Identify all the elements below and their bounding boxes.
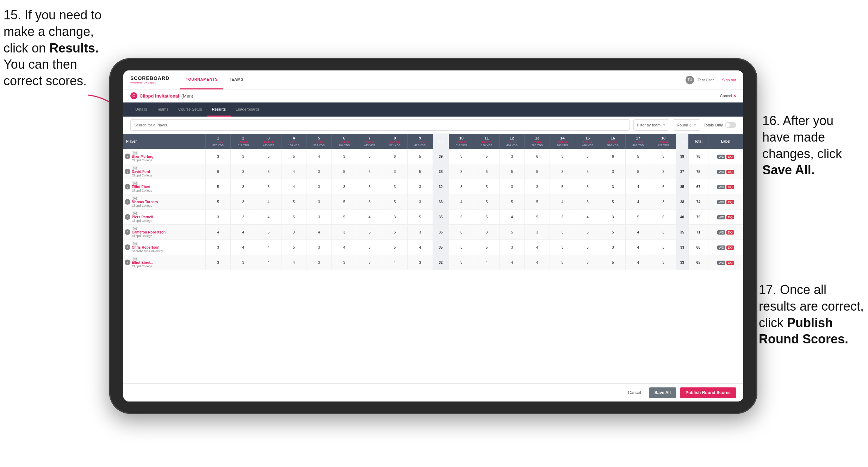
hole-2-score[interactable]: 3 xyxy=(231,194,256,210)
round-selector-dropdown[interactable]: Round 3 ▼ xyxy=(673,119,700,131)
wd-badge[interactable]: WD xyxy=(717,230,725,235)
hole-18-score[interactable]: 3 xyxy=(651,255,676,270)
hole-16-score[interactable]: 5 xyxy=(600,255,626,270)
hole-2-score[interactable]: 3 xyxy=(231,164,256,179)
hole-17-score[interactable]: 4 xyxy=(626,194,651,210)
hole-10-score[interactable]: 3 xyxy=(449,164,474,179)
player-name[interactable]: Piers Parnell xyxy=(132,215,153,219)
hole-13-score[interactable]: 5 xyxy=(525,164,550,179)
hole-10-score[interactable]: 6 xyxy=(449,225,474,240)
hole-13-score[interactable]: 4 xyxy=(525,240,550,255)
hole-4-score[interactable]: 5 xyxy=(281,210,306,225)
hole-10-score[interactable]: 3 xyxy=(449,149,474,164)
hole-13-score[interactable]: 6 xyxy=(525,149,550,164)
hole-17-score[interactable]: 4 xyxy=(626,179,651,194)
dq-badge[interactable]: DQ xyxy=(726,261,734,265)
hole-16-score[interactable]: 3 xyxy=(600,179,626,194)
hole-18-score[interactable]: 3 xyxy=(651,225,676,240)
hole-11-score[interactable]: 5 xyxy=(474,164,500,179)
hole-6-score[interactable]: 3 xyxy=(331,179,357,194)
hole-4-score[interactable]: 3 xyxy=(281,225,306,240)
hole-8-score[interactable]: 3 xyxy=(382,210,408,225)
hole-8-score[interactable]: 5 xyxy=(382,240,408,255)
nav-tournaments[interactable]: TOURNAMENTS xyxy=(180,70,223,89)
filter-by-team-dropdown[interactable]: Filter by team ▼ xyxy=(633,119,670,131)
hole-6-score[interactable]: 3 xyxy=(331,149,357,164)
hole-17-score[interactable]: 5 xyxy=(626,164,651,179)
hole-3-score[interactable]: 5 xyxy=(256,149,281,164)
hole-4-score[interactable]: 4 xyxy=(281,255,306,270)
player-name[interactable]: Blair McHarg xyxy=(132,155,154,158)
hole-5-score[interactable]: 4 xyxy=(306,149,332,164)
hole-2-score[interactable]: 4 xyxy=(231,240,256,255)
hole-6-score[interactable]: 3 xyxy=(331,255,357,270)
hole-11-score[interactable]: 5 xyxy=(474,210,500,225)
hole-1-score[interactable]: 4 xyxy=(205,225,231,240)
hole-11-score[interactable]: 4 xyxy=(474,255,500,270)
hole-13-score[interactable]: 4 xyxy=(525,255,550,270)
player-name[interactable]: Chris Robertson xyxy=(132,245,163,249)
hole-4-score[interactable]: 5 xyxy=(281,194,306,210)
hole-15-score[interactable]: 3 xyxy=(575,225,600,240)
hole-16-score[interactable]: 3 xyxy=(600,240,626,255)
hole-12-score[interactable]: 5 xyxy=(499,194,525,210)
hole-5-score[interactable]: 4 xyxy=(306,225,332,240)
hole-15-score[interactable]: 4 xyxy=(575,210,600,225)
hole-4-score[interactable]: 4 xyxy=(281,179,306,194)
hole-15-score[interactable]: 3 xyxy=(575,255,600,270)
hole-7-score[interactable]: 5 xyxy=(357,149,382,164)
hole-7-score[interactable]: 5 xyxy=(357,179,382,194)
hole-2-score[interactable]: 3 xyxy=(231,179,256,194)
hole-13-score[interactable]: 3 xyxy=(525,225,550,240)
hole-12-score[interactable]: 3 xyxy=(499,240,525,255)
hole-18-score[interactable]: 6 xyxy=(651,179,676,194)
hole-3-score[interactable]: 3 xyxy=(256,164,281,179)
hole-18-score[interactable]: 3 xyxy=(651,149,676,164)
hole-18-score[interactable]: 6 xyxy=(651,210,676,225)
hole-16-score[interactable]: 3 xyxy=(600,164,626,179)
hole-10-score[interactable]: 5 xyxy=(449,210,474,225)
hole-6-score[interactable]: 3 xyxy=(331,225,357,240)
hole-6-score[interactable]: 5 xyxy=(331,194,357,210)
hole-17-score[interactable]: 4 xyxy=(626,225,651,240)
hole-1-score[interactable]: 3 xyxy=(205,255,231,270)
hole-6-score[interactable]: 4 xyxy=(331,240,357,255)
hole-11-score[interactable]: 5 xyxy=(474,194,500,210)
hole-16-score[interactable]: 5 xyxy=(600,225,626,240)
hole-5-score[interactable]: 3 xyxy=(306,164,332,179)
hole-11-score[interactable]: 5 xyxy=(474,179,500,194)
nav-teams[interactable]: TEAMS xyxy=(223,70,249,89)
hole-1-score[interactable]: 6 xyxy=(205,164,231,179)
hole-10-score[interactable]: 3 xyxy=(449,240,474,255)
sign-out-link[interactable]: Sign out xyxy=(722,78,736,82)
search-input[interactable] xyxy=(130,119,630,131)
hole-9-score[interactable]: 4 xyxy=(407,240,433,255)
hole-1-score[interactable]: 5 xyxy=(205,194,231,210)
hole-1-score[interactable]: 3 xyxy=(205,240,231,255)
hole-1-score[interactable]: 3 xyxy=(205,210,231,225)
hole-7-score[interactable]: 3 xyxy=(357,240,382,255)
dq-badge[interactable]: DQ xyxy=(726,200,734,204)
hole-15-score[interactable]: 3 xyxy=(575,179,600,194)
hole-13-score[interactable]: 3 xyxy=(525,179,550,194)
hole-17-score[interactable]: 4 xyxy=(626,240,651,255)
hole-11-score[interactable]: 5 xyxy=(474,240,500,255)
hole-14-score[interactable]: 4 xyxy=(550,194,575,210)
hole-9-score[interactable]: 5 xyxy=(407,164,433,179)
hole-5-score[interactable]: 3 xyxy=(306,194,332,210)
hole-14-score[interactable]: 3 xyxy=(550,210,575,225)
dq-badge[interactable]: DQ xyxy=(726,185,734,189)
publish-round-scores-button[interactable]: Publish Round Scores xyxy=(680,387,736,398)
wd-badge[interactable]: WD xyxy=(717,245,725,250)
hole-1-score[interactable]: 3 xyxy=(205,149,231,164)
totals-only-toggle[interactable]: Totals Only xyxy=(704,122,736,128)
hole-7-score[interactable]: 6 xyxy=(357,164,382,179)
hole-7-score[interactable]: 3 xyxy=(357,194,382,210)
hole-17-score[interactable]: 5 xyxy=(626,210,651,225)
hole-16-score[interactable]: 5 xyxy=(600,194,626,210)
player-name[interactable]: Elliot Ebert xyxy=(132,185,153,189)
wd-badge[interactable]: WD xyxy=(717,215,725,219)
tab-leaderboards[interactable]: Leaderboards xyxy=(231,102,265,117)
hole-8-score[interactable]: 5 xyxy=(382,225,408,240)
hole-3-score[interactable]: 3 xyxy=(256,179,281,194)
